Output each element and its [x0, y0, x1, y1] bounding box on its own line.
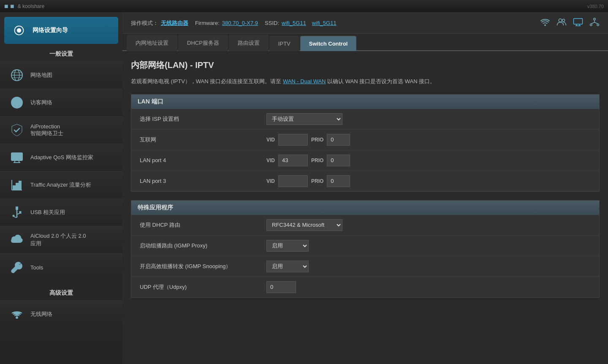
- globe-icon: [8, 67, 25, 84]
- sidebar-item-wizard[interactable]: 网络设置向导: [4, 17, 118, 44]
- shield-icon: [8, 122, 25, 139]
- special-apps-section: 特殊应用程序 使用 DHCP 路由 RFC3442 & Microsoft RF…: [131, 200, 600, 298]
- lan-port3-controls: VID PRIO: [266, 175, 591, 187]
- page-content: 内部网络(LAN) - IPTV 若观看网络电视 (IPTV），WAN 接口必须…: [122, 51, 608, 364]
- svg-point-32: [590, 24, 592, 26]
- mode-label: 操作模式：: [131, 19, 158, 27]
- lan-port3-vid-label: VID: [266, 178, 275, 184]
- lan-port4-label: LAN port 4: [140, 157, 266, 163]
- page-description: 若观看网络电视 (IPTV），WAN 接口必须连接至互联网。请至 WAN - D…: [131, 77, 600, 86]
- firmware-value[interactable]: 380.70_0-X7.9: [222, 20, 258, 26]
- lan-port4-vid-input[interactable]: [278, 155, 308, 166]
- sidebar-item-wireless[interactable]: 无线网络: [0, 300, 122, 328]
- aicloud-labels: AiCloud 2.0 个人云 2.0 应用: [30, 232, 86, 247]
- sidebar: 网络设置向导 一般设置 网络地图: [0, 13, 122, 364]
- igmp-snoop-select[interactable]: 启用 禁用: [266, 261, 309, 272]
- monitor-status-icon[interactable]: [573, 18, 583, 28]
- lan-port3-prio-input[interactable]: [327, 175, 350, 187]
- sidebar-item-label: Tools: [30, 264, 43, 271]
- lan-port3-label: LAN port 3: [140, 178, 266, 184]
- internet-controls: VID PRIO: [266, 134, 591, 146]
- sidebar-item-label: 访客网络: [30, 99, 52, 106]
- lan-port4-row: LAN port 4 VID PRIO: [131, 150, 599, 171]
- lan-port4-prio-input[interactable]: [327, 155, 350, 166]
- status-bar: 操作模式： 无线路由器 Firmware: 380.70_0-X7.9 SSID…: [122, 13, 608, 34]
- svg-rect-17: [16, 183, 18, 190]
- internet-prio-label: PRIO: [311, 137, 323, 143]
- globe2-icon: [8, 94, 25, 111]
- isp-profile-select[interactable]: 手动设置 自动 其他: [266, 113, 342, 125]
- dhcp-route-controls: RFC3442 & Microsoft RFC3442 Microsoft 禁用: [266, 219, 591, 231]
- brand-logo: ■ ■ & koolshare: [4, 3, 44, 10]
- internet-prio-input[interactable]: [327, 134, 350, 146]
- network-status-icon[interactable]: [589, 18, 600, 28]
- svg-rect-27: [574, 19, 583, 24]
- isp-profile-controls: 手动设置 自动 其他: [266, 113, 591, 125]
- special-apps-header: 特殊应用程序: [131, 201, 599, 215]
- lan-port3-prio-label: PRIO: [311, 178, 323, 184]
- tab-dhcp[interactable]: DHCP服务器: [178, 35, 228, 51]
- isp-profile-label: 选择 ISP 设置档: [140, 115, 266, 123]
- sidebar-item-usb[interactable]: USB 相关应用: [0, 198, 122, 226]
- ssid1-value[interactable]: wifi_5G11: [282, 20, 306, 26]
- tab-route[interactable]: 路由设置: [229, 35, 269, 51]
- top-bar: ■ ■ & koolshare v380.70: [0, 0, 608, 13]
- content-area: 操作模式： 无线路由器 Firmware: 380.70_0-X7.9 SSID…: [122, 13, 608, 364]
- internet-label: 互联网: [140, 136, 266, 144]
- chart-icon: [8, 177, 25, 193]
- status-icons: [540, 18, 600, 28]
- svg-point-23: [16, 317, 18, 318]
- advanced-section-title: 高级设置: [0, 285, 122, 300]
- wan-dual-wan-link[interactable]: WAN - Dual WAN: [283, 78, 326, 84]
- svg-rect-18: [19, 181, 21, 190]
- igmp-snoop-controls: 启用 禁用: [266, 261, 591, 272]
- sidebar-item-tools[interactable]: Tools: [0, 253, 122, 281]
- wifi-status-icon[interactable]: [540, 18, 550, 28]
- igmp-proxy-label: 启动组播路由 (IGMP Proxy): [140, 242, 266, 250]
- internet-vid-input[interactable]: [278, 134, 308, 146]
- svg-point-33: [597, 24, 599, 26]
- tab-switch-control[interactable]: Switch Control: [300, 36, 357, 51]
- tab-iptv[interactable]: IPTV: [269, 36, 299, 51]
- mode-value: 无线路由器: [161, 19, 188, 27]
- cloud-icon: [8, 231, 25, 248]
- firmware-label: Firmware:: [195, 20, 220, 26]
- lan-port3-vid-input[interactable]: [278, 175, 308, 187]
- igmp-proxy-controls: 启用 禁用: [266, 240, 591, 252]
- isp-profile-row: 选择 ISP 设置档 手动设置 自动 其他: [131, 109, 599, 130]
- tab-lan-addr[interactable]: 内网地址设置: [127, 35, 177, 51]
- lan-port-section-body: 选择 ISP 设置档 手动设置 自动 其他 互联网: [131, 109, 599, 191]
- sidebar-item-traffic-analyzer[interactable]: Traffic Analyzer 流量分析: [0, 171, 122, 198]
- wrench-icon: [8, 259, 25, 276]
- users-status-icon[interactable]: [556, 18, 567, 28]
- svg-point-26: [562, 19, 565, 22]
- igmp-proxy-row: 启动组播路由 (IGMP Proxy) 启用 禁用: [131, 236, 599, 256]
- igmp-snoop-row: 开启高效组播转发 (IGMP Snooping） 启用 禁用: [131, 256, 599, 277]
- sidebar-item-label: 无线网络: [30, 310, 52, 318]
- udpxy-label: UDP 代理（Udpxy): [140, 283, 266, 291]
- sidebar-item-aicloud[interactable]: AiCloud 2.0 个人云 2.0 应用: [0, 226, 122, 253]
- sidebar-item-adaptive-qos[interactable]: Adaptive QoS 网络监控家: [0, 144, 122, 171]
- lan-port4-prio-label: PRIO: [311, 158, 323, 163]
- wizard-label: 网络设置向导: [33, 27, 68, 34]
- sidebar-item-label: Traffic Analyzer 流量分析: [30, 181, 91, 189]
- sidebar-item-network-map[interactable]: 网络地图: [0, 61, 122, 89]
- lan-port3-vid-group: VID PRIO: [266, 175, 350, 187]
- sidebar-item-guest-network[interactable]: 访客网络: [0, 89, 122, 116]
- internet-vid-group: VID PRIO: [266, 134, 350, 146]
- wifi-icon: [8, 306, 25, 323]
- svg-point-24: [544, 24, 546, 26]
- lan-port3-row: LAN port 3 VID PRIO: [131, 171, 599, 191]
- sidebar-item-label: 网络地图: [30, 71, 52, 79]
- sidebar-item-label: Adaptive QoS 网络监控家: [30, 154, 93, 161]
- lan-port-section: LAN 端口 选择 ISP 设置档 手动设置 自动 其他: [131, 94, 600, 192]
- lan-port4-vid-label: VID: [266, 158, 275, 163]
- svg-line-36: [594, 22, 598, 24]
- igmp-proxy-select[interactable]: 启用 禁用: [266, 240, 309, 252]
- udpxy-input[interactable]: [266, 281, 296, 293]
- aiprotection-labels: AiProtection 智能网络卫士: [30, 123, 63, 137]
- ssid2-value[interactable]: wifi_5G11: [312, 20, 337, 26]
- igmp-snoop-label: 开启高效组播转发 (IGMP Snooping）: [140, 263, 266, 270]
- dhcp-route-select[interactable]: RFC3442 & Microsoft RFC3442 Microsoft 禁用: [266, 219, 342, 231]
- sidebar-item-aiprotection[interactable]: AiProtection 智能网络卫士: [0, 116, 122, 144]
